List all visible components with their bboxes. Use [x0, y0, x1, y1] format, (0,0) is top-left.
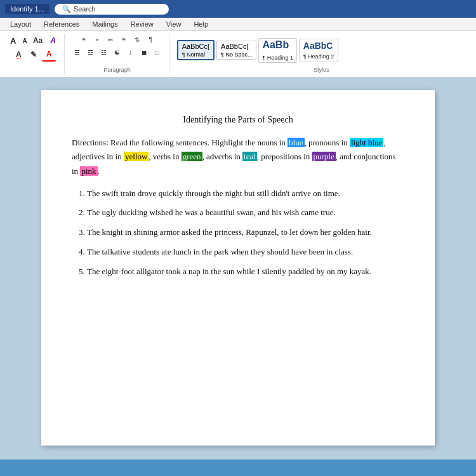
- styles-panel: AaBbCc[ ¶ Normal AaBbCc[ ¶ No Spac... Aa…: [175, 34, 468, 67]
- highlight-lightblue-word: light blue: [350, 138, 383, 147]
- highlight-yellow-word: yellow: [124, 152, 149, 161]
- ribbon-tabs: Layout References Mailings Review View H…: [0, 18, 476, 31]
- title-bar: Identify 1... 🔍 Search: [0, 0, 476, 18]
- font-size-a-small[interactable]: A: [20, 37, 29, 45]
- tab-review[interactable]: Review: [124, 18, 160, 30]
- highlight-teal-word: teal: [242, 152, 257, 161]
- search-bar[interactable]: 🔍 Search: [55, 4, 169, 15]
- font-aa-button[interactable]: Aa: [31, 34, 45, 48]
- doc-sentences-list: The swift train drove quickly through th…: [72, 187, 404, 279]
- search-icon: 🔍: [62, 5, 71, 13]
- para-row-1: ≡ ⋆ ↢ ≡ ⇅ ¶: [77, 34, 157, 45]
- line-spacing-button[interactable]: ↕: [124, 46, 137, 58]
- list-item: The eight-foot alligator took a nap in t…: [87, 265, 404, 279]
- doc-title-tab[interactable]: Identify 1...: [5, 4, 50, 14]
- list-indent-button[interactable]: ↢: [104, 34, 117, 45]
- font-row-2: A ✎ A: [11, 48, 56, 62]
- style-heading2[interactable]: AaBbC ¶ Heading 2: [299, 39, 338, 62]
- font-size-a-large[interactable]: A: [8, 36, 18, 46]
- paragraph-label: Paragraph: [104, 67, 131, 74]
- align-right-button[interactable]: ☳: [98, 46, 110, 58]
- list-item: The talkative students ate lunch in the …: [87, 246, 404, 259]
- highlight-pink-word: pink: [80, 166, 97, 176]
- styles-label: Styles: [314, 67, 329, 74]
- para-row-2: ☰ ☲ ☳ ☯ ↕ ◼ □: [71, 46, 164, 58]
- tab-mailings[interactable]: Mailings: [86, 18, 124, 30]
- align-left-button[interactable]: ☰: [71, 46, 84, 58]
- ribbon-group-font: A A Aa A A ✎ A: [4, 34, 65, 74]
- align-justify-button[interactable]: ☯: [111, 46, 124, 58]
- font-color-a-button[interactable]: A: [11, 48, 25, 62]
- align-button[interactable]: ≡: [117, 34, 130, 45]
- doc-directions: Directions: Read the following sentences…: [72, 136, 404, 178]
- tab-layout[interactable]: Layout: [4, 18, 37, 30]
- sort-button[interactable]: ⇅: [131, 34, 143, 45]
- list-item: The ugly duckling wished he was a beauti…: [87, 206, 404, 220]
- font-color-button[interactable]: A: [42, 48, 56, 62]
- highlight-blue-word: blue: [288, 138, 304, 147]
- doc-area: Identifying the Parts of Speech Directio…: [0, 77, 476, 459]
- highlight-purple-word: purple: [312, 152, 336, 161]
- tab-references[interactable]: References: [37, 18, 86, 30]
- doc-title: Identifying the Parts of Speech: [72, 113, 404, 127]
- style-nospace[interactable]: AaBbCc[ ¶ No Spac...: [216, 41, 256, 60]
- font-row-1: A A Aa A: [8, 34, 60, 48]
- tab-view[interactable]: View: [160, 18, 188, 30]
- ribbon-content: A A Aa A A ✎ A ≡ ⋆ ↢ ≡ ⇅ ¶ ☰ ☲: [0, 31, 476, 77]
- doc-page: Identifying the Parts of Speech Directio…: [41, 90, 435, 446]
- align-center-button[interactable]: ☲: [84, 46, 97, 58]
- style-normal[interactable]: AaBbCc[ ¶ Normal: [177, 40, 215, 60]
- ribbon: A A Aa A A ✎ A ≡ ⋆ ↢ ≡ ⇅ ¶ ☰ ☲: [0, 31, 476, 77]
- style-heading1[interactable]: AaBb ¶ Heading 1: [258, 38, 296, 63]
- search-placeholder: Search: [74, 5, 96, 13]
- tab-help[interactable]: Help: [187, 18, 215, 30]
- border-button[interactable]: □: [151, 46, 164, 58]
- font-highlight-button[interactable]: ✎: [27, 48, 41, 62]
- ribbon-group-styles: AaBbCc[ ¶ Normal AaBbCc[ ¶ No Spac... Aa…: [171, 34, 472, 74]
- ribbon-group-paragraph: ≡ ⋆ ↢ ≡ ⇅ ¶ ☰ ☲ ☳ ☯ ↕ ◼ □ Paragraph: [66, 34, 169, 74]
- list-item: The knight in shining armor asked the pr…: [87, 226, 404, 239]
- list-unordered-button[interactable]: ≡: [77, 34, 90, 45]
- paragraph-mark-button[interactable]: ¶: [144, 34, 157, 45]
- highlight-green-word: green: [182, 152, 202, 161]
- list-item: The swift train drove quickly through th…: [87, 187, 404, 201]
- list-ordered-button[interactable]: ⋆: [91, 34, 103, 45]
- shading-button[interactable]: ◼: [138, 46, 150, 58]
- font-script-button[interactable]: A: [46, 34, 60, 48]
